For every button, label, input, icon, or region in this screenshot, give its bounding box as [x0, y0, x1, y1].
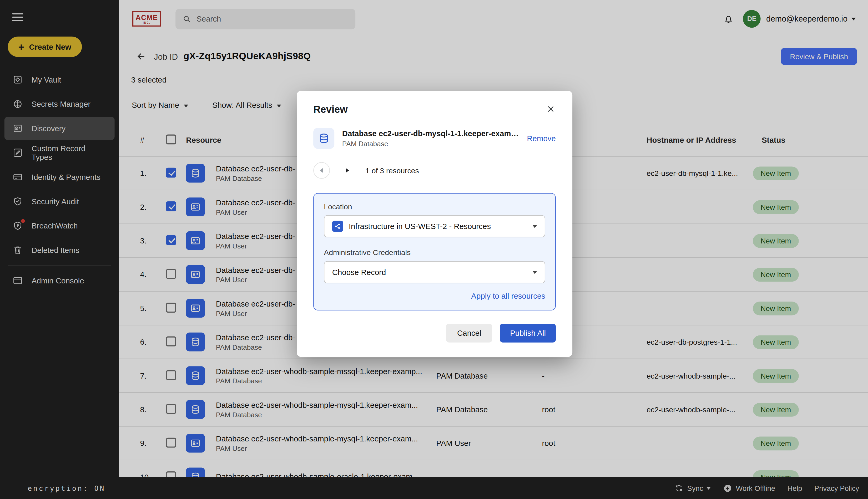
- pager-prev-button[interactable]: [313, 162, 330, 179]
- apply-all-link[interactable]: Apply to all resources: [471, 292, 545, 301]
- modal-title: Review: [313, 104, 348, 116]
- credentials-chevron-down-icon: [533, 271, 537, 274]
- resource-pager: 1 of 3 resources: [313, 162, 556, 179]
- share-icon: [332, 221, 343, 232]
- location-chevron-down-icon: [533, 225, 537, 228]
- app-root: ACME INC. DE demo@keeperdemo.io Job ID g…: [0, 0, 868, 499]
- location-label: Location: [324, 203, 545, 211]
- modal-resource-row: Database ec2-user-db-mysql-1-1.keeper-ex…: [313, 128, 556, 149]
- remove-link[interactable]: Remove: [527, 134, 556, 143]
- close-icon[interactable]: [546, 104, 556, 114]
- pager-next-button[interactable]: [339, 162, 355, 179]
- modal-resource-subtitle: PAM Database: [342, 140, 520, 147]
- database-icon: [313, 128, 334, 149]
- cancel-button[interactable]: Cancel: [446, 324, 492, 343]
- location-value: Infrastructure in US-WEST-2 - Resources: [349, 222, 491, 231]
- review-modal: Review Database ec2-user-db-mysql-1-1.ke…: [297, 91, 572, 357]
- triangle-left-icon: [317, 166, 326, 175]
- modal-resource-title: Database ec2-user-db-mysql-1-1.keeper-ex…: [342, 129, 520, 138]
- pager-text: 1 of 3 resources: [365, 166, 419, 174]
- credentials-label: Administrative Credentials: [324, 248, 545, 257]
- location-select[interactable]: Infrastructure in US-WEST-2 - Resources: [324, 215, 545, 238]
- location-panel: Location Infrastructure in US-WEST-2 - R…: [313, 193, 556, 311]
- credentials-select[interactable]: Choose Record: [324, 261, 545, 283]
- credentials-value: Choose Record: [332, 268, 386, 277]
- triangle-right-icon: [343, 166, 352, 175]
- publish-all-button[interactable]: Publish All: [500, 324, 556, 343]
